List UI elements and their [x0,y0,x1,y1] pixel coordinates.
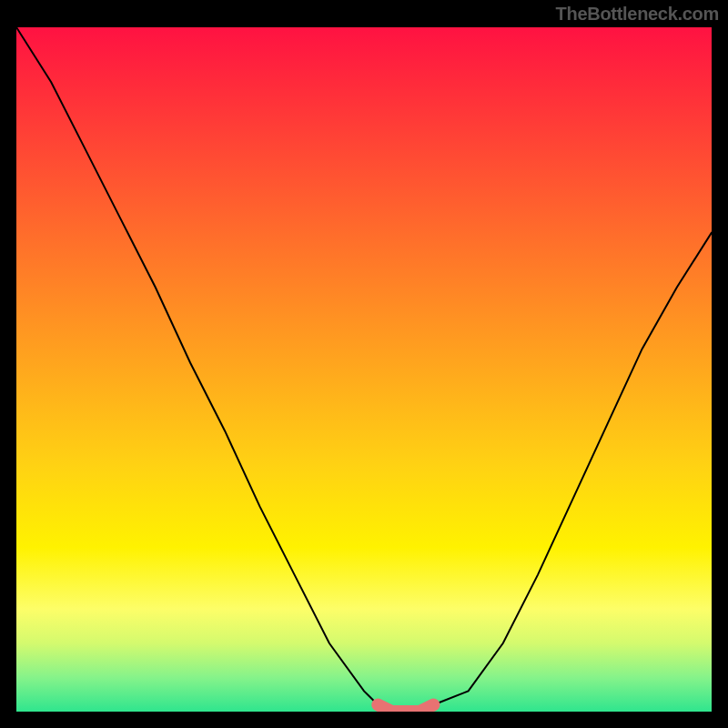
main-curve-path [16,27,712,712]
chart-frame: TheBottleneck.com [0,0,728,728]
highlight-curve-path [378,705,433,713]
watermark-text: TheBottleneck.com [556,4,719,25]
plot-area [16,27,712,712]
curve-svg [16,27,712,712]
